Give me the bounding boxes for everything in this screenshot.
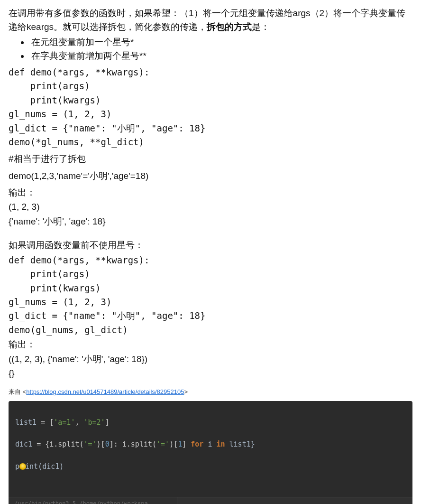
source-link[interactable]: https://blog.csdn.net/u014571489/article…	[26, 388, 184, 395]
console-output: /usr/bin/python3.5 /home/python/workspa …	[9, 497, 177, 504]
intro-bold: 拆包的方式	[207, 22, 252, 32]
output-label: 输出：	[9, 338, 412, 352]
code-line: dic1 = {i.split('=')[0]: i.split('=')[1]…	[15, 439, 406, 450]
intro-paragraph: 在调用带有多值参数的函数时，如果希望：（1）将一个元组变量传递给args（2）将…	[9, 7, 412, 34]
demo-call-line: demo(1,2,3,'name'='小明','age'=18)	[9, 169, 412, 183]
output-line: {}	[9, 367, 412, 381]
output-label: 输出：	[9, 186, 412, 200]
lightbulb-icon[interactable]	[19, 463, 26, 470]
bullet-item: 在元组变量前加一个星号*	[29, 36, 412, 49]
code-block-1: def demo(*args, **kwargs): print(args) p…	[9, 65, 412, 149]
source-line: 来自 <https://blog.csdn.net/u014571489/art…	[9, 387, 412, 397]
output-line: {'name': '小明', 'age': 18}	[9, 215, 412, 229]
code-output-row: /usr/bin/python3.5 /home/python/workspa …	[9, 497, 412, 504]
annotation-panel: 字典形式的拆包使用	[177, 497, 412, 504]
source-suffix: >	[184, 388, 188, 395]
bullet-item: 在字典变量前增加两个星号**	[29, 49, 412, 63]
source-prefix: 来自 <	[9, 388, 26, 395]
code-block-2: def demo(*args, **kwargs): print(args) p…	[9, 253, 412, 337]
code-line: list1 = ['a=1', 'b=2']	[15, 417, 406, 428]
dark-code-block: list1 = ['a=1', 'b=2'] dic1 = {i.split('…	[9, 401, 412, 504]
output-line: ((1, 2, 3), {'name': '小明', 'age': 18})	[9, 353, 412, 366]
code-line: pint(dic1)	[15, 461, 406, 472]
comment-line: #相当于进行了拆包	[9, 152, 412, 166]
intro-tail: 是：	[252, 22, 270, 32]
output-line: (1, 2, 3)	[9, 200, 412, 214]
nostar-intro: 如果调用函数变量前不使用星号：	[9, 239, 412, 252]
bullet-list: 在元组变量前加一个星号* 在字典变量前增加两个星号**	[9, 36, 412, 63]
